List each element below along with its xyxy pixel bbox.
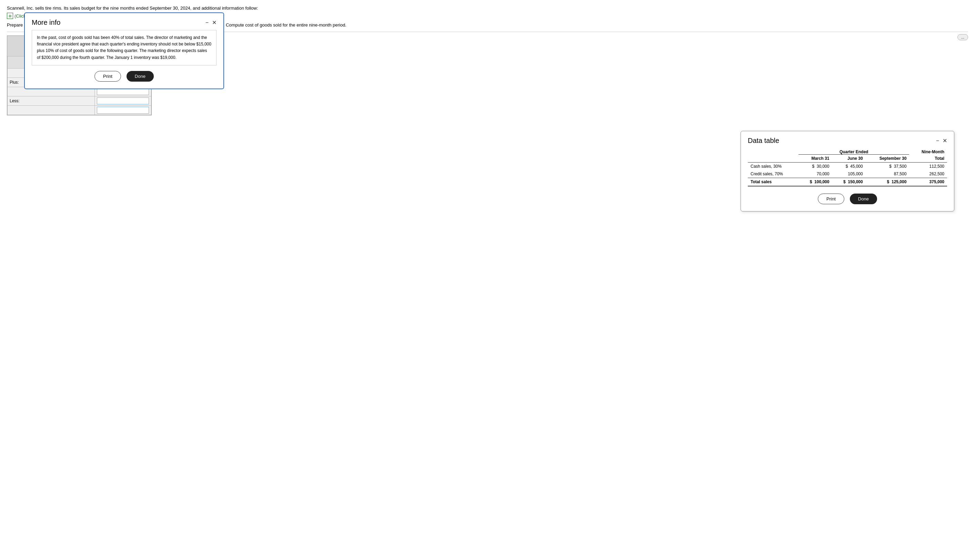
cash-sales-total: 112,500 <box>909 163 947 170</box>
col-march-header: March 31 <box>798 155 832 163</box>
col-sept-header: September 30 <box>866 155 910 163</box>
table-row: Cash sales, 30% $ 30,000 $ 45,000 $ 37,5… <box>748 163 947 170</box>
table-row: Credit sales, 70% 70,000 105,000 87,500 … <box>748 170 947 178</box>
row-label-total <box>8 106 95 115</box>
grid-icon: ⊞ <box>7 13 13 19</box>
cash-sales-label: Cash sales, 30% <box>748 163 798 170</box>
data-dialog-controls: − ✕ <box>936 137 947 144</box>
col-empty <box>748 155 798 163</box>
col-total-header: Total <box>909 155 947 163</box>
more-info-text: In the past, cost of goods sold has been… <box>37 35 211 61</box>
data-dialog-title-bar: Data table − ✕ <box>748 137 947 145</box>
credit-sales-label: Credit sales, 70% <box>748 170 798 178</box>
minimize-button[interactable]: − <box>206 20 209 26</box>
print-button[interactable]: Print <box>94 71 121 82</box>
sales-data-table: Quarter Ended Nine-Month March 31 June 3… <box>748 148 947 187</box>
data-done-button[interactable]: Done <box>850 193 877 204</box>
done-button[interactable]: Done <box>127 71 154 82</box>
data-table-dialog: Data table − ✕ Quarter Ended Nine-Month … <box>741 131 954 212</box>
dialog-actions: Print Done <box>32 71 216 82</box>
total-sales-total: 375,000 <box>909 178 947 186</box>
more-info-dialog: More info − ✕ In the past, cost of goods… <box>24 12 224 89</box>
credit-sales-sept: 87,500 <box>866 170 910 178</box>
dialog-title-bar: More info − ✕ <box>32 18 216 27</box>
quarter-ended-header: Quarter Ended <box>798 148 909 155</box>
total-sales-row: Total sales $ 100,000 $ 150,000 $ 125,00… <box>748 178 947 186</box>
cash-sales-march: $ 30,000 <box>798 163 832 170</box>
col-june-header: June 30 <box>832 155 865 163</box>
row-input-2[interactable] <box>97 88 149 95</box>
table-row <box>8 106 151 115</box>
total-sales-march: $ 100,000 <box>798 178 832 186</box>
more-info-content: In the past, cost of goods sold has been… <box>32 30 216 65</box>
total-sales-sept: $ 125,000 <box>866 178 910 186</box>
table-row: Less: <box>8 97 151 106</box>
cash-sales-sept: $ 37,500 <box>866 163 910 170</box>
nine-month-header: Nine-Month <box>909 148 947 155</box>
credit-sales-total: 262,500 <box>909 170 947 178</box>
data-minimize-button[interactable]: − <box>936 138 939 144</box>
row-input-total[interactable] <box>97 107 149 113</box>
total-sales-label: Total sales <box>748 178 798 186</box>
dialog-controls: − ✕ <box>206 19 216 26</box>
credit-sales-june: 105,000 <box>832 170 865 178</box>
more-options-button[interactable]: ... <box>957 34 968 40</box>
row-input-less[interactable] <box>97 97 149 104</box>
intro-text: Scannell, Inc. sells tire rims. Its sale… <box>7 5 968 11</box>
data-print-button[interactable]: Print <box>818 193 845 204</box>
credit-sales-march: 70,000 <box>798 170 832 178</box>
data-table-title: Data table <box>748 137 779 145</box>
row-label-less: Less: <box>8 97 95 106</box>
total-sales-june: $ 150,000 <box>832 178 865 186</box>
more-info-title: More info <box>32 18 60 27</box>
empty-header <box>748 148 798 155</box>
cash-sales-june: $ 45,000 <box>832 163 865 170</box>
data-dialog-actions: Print Done <box>748 193 947 204</box>
close-button[interactable]: ✕ <box>212 19 216 26</box>
data-close-button[interactable]: ✕ <box>943 137 947 144</box>
